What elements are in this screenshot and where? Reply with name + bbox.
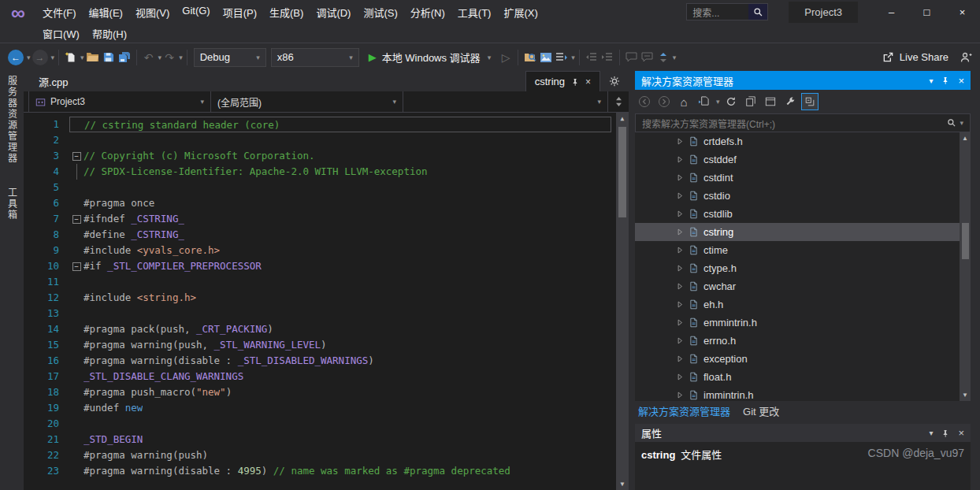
tree-item-cstddef[interactable]: cstddef	[635, 150, 971, 169]
navigate-forward-button[interactable]: →	[31, 47, 50, 68]
collapse-all-button[interactable]	[801, 93, 819, 110]
menu-item[interactable]: 文件(F)	[36, 2, 83, 23]
menu-item[interactable]: 测试(S)	[357, 2, 403, 23]
task-list-button[interactable]	[554, 47, 570, 68]
preview-selected-items-button[interactable]	[762, 93, 779, 110]
menu-item[interactable]: 调试(D)	[310, 2, 357, 23]
pin-icon[interactable]	[571, 77, 579, 87]
close-button[interactable]: ×	[945, 0, 980, 24]
forward-button[interactable]	[655, 93, 673, 110]
pin-icon[interactable]	[941, 429, 949, 438]
editor-options-button[interactable]	[600, 71, 629, 91]
properties-header[interactable]: 属性 ▾ ×	[635, 424, 971, 442]
scroll-down-icon[interactable]: ▼	[616, 478, 629, 490]
menu-item[interactable]: 分析(N)	[404, 2, 451, 23]
undo-button[interactable]: ↶	[141, 47, 157, 68]
toolbox-tab[interactable]: 工具箱	[6, 187, 19, 221]
chevron-right-icon[interactable]	[676, 300, 684, 309]
tree-item-float.h[interactable]: float.h	[635, 368, 971, 386]
chevron-right-icon[interactable]	[676, 373, 684, 381]
sync-with-active-document-button[interactable]	[695, 93, 712, 110]
solution-explorer-search-box[interactable]: 搜索解决方案资源管理器(Ctrl+;) ▾	[635, 113, 971, 132]
redo-button[interactable]: ↷	[161, 47, 177, 68]
navigate-back-button[interactable]: ←	[6, 47, 25, 68]
back-button[interactable]	[636, 93, 653, 110]
close-panel-icon[interactable]: ×	[958, 427, 964, 439]
project-dropdown[interactable]: Project3 ▾	[28, 91, 211, 112]
pin-icon[interactable]	[941, 76, 949, 85]
member-dropdown[interactable]: ▾	[403, 91, 608, 112]
tree-vertical-scrollbar[interactable]: ▲ ▼	[960, 132, 971, 401]
redo-caret-icon[interactable]: ▾	[179, 54, 183, 61]
titlebar-search-box[interactable]: 搜索...	[686, 3, 768, 20]
tree-item-ctype.h[interactable]: ctype.h	[635, 259, 971, 277]
forward-dropdown-caret-icon[interactable]: ▾	[51, 54, 55, 61]
properties-button[interactable]	[781, 93, 799, 110]
save-button[interactable]	[101, 47, 117, 68]
close-tab-icon[interactable]: ×	[585, 76, 591, 87]
tree-item-eh.h[interactable]: eh.h	[635, 295, 971, 314]
scroll-down-icon[interactable]: ▼	[960, 389, 971, 401]
tree-item-cstring[interactable]: cstring	[635, 223, 971, 241]
chevron-right-icon[interactable]	[676, 137, 684, 146]
split-editor-button[interactable]	[608, 91, 629, 112]
menu-item[interactable]: 编辑(E)	[83, 2, 129, 23]
tab-cstring-preview[interactable]: cstring ×	[525, 71, 600, 91]
solution-explorer-header[interactable]: 解决方案资源管理器 ▾ ×	[635, 71, 971, 90]
tab-git-changes[interactable]: Git 更改	[743, 403, 779, 418]
menu-item[interactable]: Git(G)	[176, 2, 216, 23]
tree-item-ctime[interactable]: ctime	[635, 241, 971, 259]
menu-item[interactable]: 窗口(W)	[36, 23, 86, 44]
chevron-right-icon[interactable]	[676, 155, 684, 164]
chevron-right-icon[interactable]	[676, 391, 684, 399]
tree-item-cstdio[interactable]: cstdio	[635, 187, 971, 205]
minimize-button[interactable]: –	[874, 0, 909, 24]
scrollbar-thumb[interactable]	[618, 127, 626, 217]
search-options-caret-icon[interactable]: ▾	[960, 119, 963, 127]
home-button[interactable]: ⌂	[675, 93, 692, 110]
tab-source-cpp[interactable]: 源.cpp	[30, 71, 77, 91]
open-file-button[interactable]	[84, 47, 101, 68]
menu-item[interactable]: 扩展(X)	[497, 2, 544, 23]
chevron-right-icon[interactable]	[676, 282, 684, 291]
uncomment-button[interactable]	[640, 47, 655, 68]
code-editor[interactable]: 1// cstring standard header (core)23−// …	[24, 113, 629, 490]
window-position-caret-icon[interactable]: ▾	[929, 429, 933, 437]
server-explorer-tab[interactable]: 服务器资源管理器	[6, 76, 19, 164]
chevron-right-icon[interactable]	[676, 210, 684, 218]
find-in-files-button[interactable]	[522, 47, 538, 68]
tree-item-crtdefs.h[interactable]: crtdefs.h	[635, 132, 971, 150]
solution-platform-dropdown[interactable]: x86 ▾	[271, 48, 359, 67]
scrollbar-thumb[interactable]	[962, 223, 969, 259]
duplicate-button[interactable]	[742, 93, 759, 110]
scope-dropdown[interactable]: (全局范围) ▾	[211, 91, 403, 112]
close-panel-icon[interactable]: ×	[958, 75, 964, 87]
start-without-debugging-button[interactable]: ▷	[498, 47, 514, 68]
tree-item-cwchar[interactable]: cwchar	[635, 277, 971, 295]
maximize-button[interactable]: □	[909, 0, 945, 24]
navigate-updown-button[interactable]	[655, 47, 671, 68]
chevron-right-icon[interactable]	[676, 246, 684, 254]
chevron-right-icon[interactable]	[676, 318, 684, 327]
chevron-right-icon[interactable]	[676, 264, 684, 273]
tree-item-immintrin.h[interactable]: immintrin.h	[635, 386, 971, 401]
chevron-right-icon[interactable]	[676, 355, 684, 363]
search-icon[interactable]	[748, 4, 767, 20]
comment-button[interactable]	[624, 47, 640, 68]
fold-collapse-icon[interactable]: −	[69, 148, 84, 164]
tab-solution-explorer[interactable]: 解决方案资源管理器	[638, 403, 730, 418]
new-file-button[interactable]	[63, 47, 79, 68]
menu-item[interactable]: 视图(V)	[129, 2, 176, 23]
menu-item[interactable]: 项目(P)	[217, 2, 263, 23]
live-share-button[interactable]: Live Share	[873, 51, 958, 63]
tree-item-exception[interactable]: exception	[635, 350, 971, 368]
save-all-button[interactable]	[117, 47, 132, 68]
refresh-button[interactable]	[722, 93, 740, 110]
chevron-right-icon[interactable]	[676, 191, 684, 200]
updown-caret-icon[interactable]: ▾	[673, 54, 677, 61]
editor-vertical-scrollbar[interactable]: ▲ ▼	[616, 113, 629, 490]
code-capture-button[interactable]	[538, 47, 554, 68]
scroll-up-icon[interactable]: ▲	[960, 132, 971, 144]
chevron-right-icon[interactable]	[676, 228, 684, 236]
tree-item-cstdint[interactable]: cstdint	[635, 169, 971, 187]
